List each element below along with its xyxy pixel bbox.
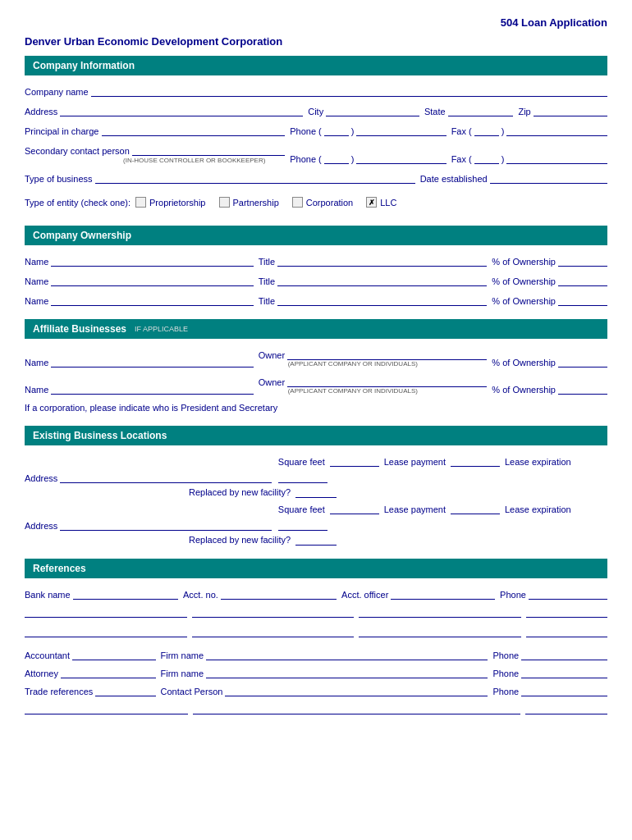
business-type-input[interactable]	[95, 172, 415, 184]
replaced-input-2[interactable]	[295, 534, 337, 546]
affiliate-owner-input-1[interactable]	[287, 349, 487, 360]
corporation-checkbox[interactable]	[292, 197, 303, 208]
org-title: Denver Urban Economic Development Corpor…	[25, 35, 607, 48]
affiliate-name-input-1[interactable]	[51, 356, 253, 368]
principal-fax-number[interactable]	[506, 125, 607, 136]
location-address-input-1[interactable]	[60, 472, 272, 483]
lease-exp-label-2: Lease expiration	[505, 504, 571, 514]
blank-line-fc[interactable]	[525, 703, 607, 714]
attorney-firm-input[interactable]	[206, 667, 488, 678]
replaced-input-1[interactable]	[295, 486, 337, 498]
blank-line-2b[interactable]	[192, 626, 355, 637]
blank-line-2d[interactable]	[526, 626, 607, 637]
affiliate-owner-line-2: Owner	[259, 376, 488, 387]
city-input[interactable]	[326, 105, 419, 116]
name-input-3[interactable]	[51, 294, 253, 306]
acct-no-input[interactable]	[221, 588, 337, 600]
company-name-input[interactable]	[91, 85, 607, 97]
trade-ref-label: Trade references	[25, 687, 93, 696]
bank-name-input[interactable]	[73, 588, 178, 600]
blank-line-fb[interactable]	[193, 703, 520, 714]
pct-input-1[interactable]	[558, 255, 607, 267]
zip-group: Zip	[518, 105, 607, 116]
partnership-checkbox[interactable]	[219, 197, 230, 208]
date-established-input[interactable]	[490, 172, 607, 184]
address-input[interactable]	[60, 105, 303, 116]
title-input-2[interactable]	[277, 275, 487, 286]
company-ownership-section: Company Ownership Name Title % of Owners…	[25, 226, 607, 306]
principal-phone-number[interactable]	[356, 125, 446, 136]
blank-line-2a[interactable]	[25, 626, 187, 637]
blank-line-1a[interactable]	[25, 606, 187, 618]
trade-phone-input[interactable]	[521, 685, 607, 696]
zip-input[interactable]	[534, 105, 607, 116]
accountant-input[interactable]	[72, 649, 156, 660]
fax-close-paren: )	[501, 126, 505, 136]
sqft-input-2[interactable]	[330, 503, 379, 514]
blank-line-2c[interactable]	[359, 626, 521, 637]
accountant-firm-input[interactable]	[206, 649, 488, 660]
secondary-phone-number[interactable]	[356, 153, 446, 164]
secondary-input[interactable]	[132, 144, 285, 156]
existing-locations-header: Existing Business Locations	[25, 426, 607, 445]
attorney-firm-group: Firm name	[161, 667, 488, 678]
lease-exp-input-1[interactable]	[278, 472, 327, 483]
affiliate-owner-input-2[interactable]	[287, 376, 487, 387]
affiliate-name-input-2[interactable]	[51, 383, 253, 395]
trade-ref-input[interactable]	[95, 685, 155, 696]
bank-phone-group: Phone	[500, 588, 607, 600]
accountant-row: Accountant Firm name Phone	[25, 649, 607, 660]
pct-input-3[interactable]	[558, 294, 607, 306]
principal-input[interactable]	[102, 125, 286, 136]
entity-llc[interactable]: ✗ LLC	[366, 197, 396, 208]
name-label-1: Name	[25, 257, 48, 267]
sqft-input-1[interactable]	[330, 455, 379, 467]
ownership-name-2: Name	[25, 275, 254, 286]
name-input-2[interactable]	[51, 275, 253, 286]
secondary-fax-number[interactable]	[506, 153, 607, 164]
business-type-group: Type of business	[25, 172, 415, 184]
secondary-fax-area[interactable]	[474, 153, 499, 164]
state-input[interactable]	[448, 105, 514, 116]
city-group: City	[308, 105, 419, 116]
bank-phone-input[interactable]	[529, 588, 607, 600]
affiliate-owner-sub-1: (APPLICANT COMPANY OR INDIVIDUALS)	[288, 360, 488, 368]
attorney-input[interactable]	[61, 667, 156, 678]
accountant-phone-input[interactable]	[521, 649, 607, 660]
affiliate-pct-2: % of Ownership	[492, 383, 607, 395]
title-input-1[interactable]	[277, 255, 487, 267]
lease-payment-input-1[interactable]	[451, 455, 500, 467]
lease-payment-input-2[interactable]	[451, 503, 500, 514]
trade-ref-row: Trade references Contact Person Phone	[25, 685, 607, 696]
secondary-phone-area[interactable]	[324, 153, 349, 164]
pct-input-2[interactable]	[558, 275, 607, 286]
blank-line-1b[interactable]	[192, 606, 355, 618]
principal-phone-area[interactable]	[324, 125, 349, 136]
title-input-3[interactable]	[277, 294, 487, 306]
entity-proprietorship[interactable]: Proprietorship	[135, 197, 205, 208]
affiliate-pct-input-2[interactable]	[558, 383, 607, 395]
name-input-1[interactable]	[51, 255, 253, 267]
entity-corporation[interactable]: Corporation	[292, 197, 353, 208]
affiliate-pct-input-1[interactable]	[558, 356, 607, 368]
trade-contact-input[interactable]	[225, 685, 488, 696]
attorney-phone-input[interactable]	[521, 667, 607, 678]
blank-line-fa[interactable]	[25, 703, 188, 714]
location-address-label-2: Address	[25, 521, 57, 531]
trade-ref-group: Trade references	[25, 685, 156, 696]
business-type-label: Type of business	[25, 174, 93, 184]
acct-officer-input[interactable]	[391, 588, 495, 600]
location-address-input-2[interactable]	[60, 519, 272, 531]
blank-line-1c[interactable]	[359, 606, 521, 618]
bank-phone-label: Phone	[500, 590, 526, 600]
entity-row: Type of entity (check one): Proprietorsh…	[25, 192, 607, 212]
llc-checkbox[interactable]: ✗	[366, 197, 377, 208]
date-established-group: Date established	[420, 172, 607, 184]
entity-partnership[interactable]: Partnership	[219, 197, 279, 208]
principal-fax-area[interactable]	[474, 125, 499, 136]
company-info-label: Company Information	[33, 60, 135, 71]
lease-exp-input-2[interactable]	[278, 519, 327, 531]
proprietorship-checkbox[interactable]	[135, 197, 146, 208]
phone-open-paren: (	[318, 126, 322, 136]
blank-line-1d[interactable]	[526, 606, 607, 618]
